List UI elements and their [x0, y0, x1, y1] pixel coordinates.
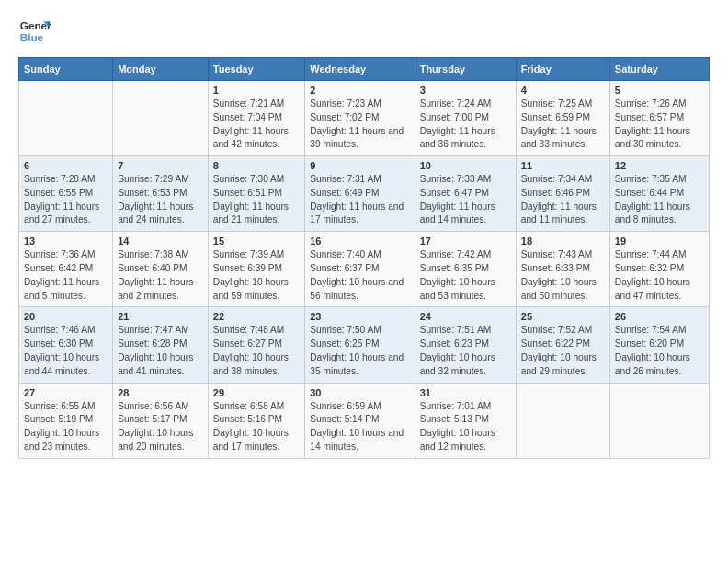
calendar-cell: 7Sunrise: 7:29 AM Sunset: 6:53 PM Daylig… — [113, 156, 209, 232]
day-number: 3 — [420, 85, 511, 96]
day-info: Sunrise: 7:44 AM Sunset: 6:32 PM Dayligh… — [615, 248, 704, 303]
day-info: Sunrise: 7:26 AM Sunset: 6:57 PM Dayligh… — [615, 98, 704, 152]
calendar-cell: 9Sunrise: 7:31 AM Sunset: 6:49 PM Daylig… — [305, 156, 415, 232]
day-info: Sunrise: 7:29 AM Sunset: 6:53 PM Dayligh… — [118, 173, 203, 227]
logo-icon: General Blue — [18, 15, 51, 48]
calendar-cell — [19, 81, 113, 156]
day-number: 21 — [118, 311, 203, 322]
page-header: General Blue — [18, 15, 710, 48]
day-info: Sunrise: 6:59 AM Sunset: 5:14 PM Dayligh… — [310, 400, 409, 454]
col-header-thursday: Thursday — [415, 58, 516, 81]
calendar-table: SundayMondayTuesdayWednesdayThursdayFrid… — [18, 57, 710, 459]
day-number: 17 — [420, 236, 511, 247]
calendar-week-row: 20Sunrise: 7:46 AM Sunset: 6:30 PM Dayli… — [19, 307, 710, 383]
day-info: Sunrise: 7:47 AM Sunset: 6:28 PM Dayligh… — [118, 324, 203, 378]
day-info: Sunrise: 7:46 AM Sunset: 6:30 PM Dayligh… — [24, 324, 108, 378]
day-info: Sunrise: 7:35 AM Sunset: 6:44 PM Dayligh… — [615, 173, 704, 227]
day-number: 1 — [213, 85, 300, 96]
day-number: 19 — [615, 236, 704, 247]
logo: General Blue — [18, 15, 51, 48]
calendar-cell: 2Sunrise: 7:23 AM Sunset: 7:02 PM Daylig… — [305, 81, 415, 156]
day-info: Sunrise: 7:24 AM Sunset: 7:00 PM Dayligh… — [420, 98, 511, 152]
col-header-monday: Monday — [113, 58, 209, 81]
day-info: Sunrise: 7:28 AM Sunset: 6:55 PM Dayligh… — [24, 173, 108, 227]
calendar-week-row: 27Sunrise: 6:55 AM Sunset: 5:19 PM Dayli… — [19, 383, 710, 458]
day-info: Sunrise: 7:48 AM Sunset: 6:27 PM Dayligh… — [213, 324, 300, 378]
day-info: Sunrise: 7:33 AM Sunset: 6:47 PM Dayligh… — [420, 173, 511, 227]
day-info: Sunrise: 7:25 AM Sunset: 6:59 PM Dayligh… — [521, 98, 605, 152]
calendar-cell — [516, 383, 609, 458]
calendar-cell: 29Sunrise: 6:58 AM Sunset: 5:16 PM Dayli… — [208, 383, 304, 458]
calendar-cell: 31Sunrise: 7:01 AM Sunset: 5:13 PM Dayli… — [415, 383, 516, 458]
calendar-cell: 24Sunrise: 7:51 AM Sunset: 6:23 PM Dayli… — [415, 307, 516, 383]
day-info: Sunrise: 7:42 AM Sunset: 6:35 PM Dayligh… — [420, 248, 511, 303]
day-number: 2 — [310, 85, 409, 96]
svg-text:General: General — [20, 19, 51, 31]
day-number: 18 — [521, 236, 605, 247]
calendar-cell: 20Sunrise: 7:46 AM Sunset: 6:30 PM Dayli… — [19, 307, 113, 383]
calendar-cell: 12Sunrise: 7:35 AM Sunset: 6:44 PM Dayli… — [609, 156, 709, 232]
day-number: 23 — [310, 311, 409, 322]
calendar-cell: 30Sunrise: 6:59 AM Sunset: 5:14 PM Dayli… — [305, 383, 415, 458]
day-number: 10 — [420, 160, 511, 171]
day-number: 4 — [521, 85, 605, 96]
day-number: 12 — [615, 160, 704, 171]
day-number: 29 — [213, 387, 300, 398]
day-info: Sunrise: 7:39 AM Sunset: 6:39 PM Dayligh… — [213, 248, 300, 303]
calendar-cell: 17Sunrise: 7:42 AM Sunset: 6:35 PM Dayli… — [415, 232, 516, 307]
day-number: 31 — [420, 387, 511, 398]
calendar-cell: 10Sunrise: 7:33 AM Sunset: 6:47 PM Dayli… — [415, 156, 516, 232]
day-info: Sunrise: 7:01 AM Sunset: 5:13 PM Dayligh… — [420, 400, 511, 454]
calendar-cell: 14Sunrise: 7:38 AM Sunset: 6:40 PM Dayli… — [113, 232, 209, 307]
calendar-cell: 26Sunrise: 7:54 AM Sunset: 6:20 PM Dayli… — [609, 307, 709, 383]
calendar-cell: 15Sunrise: 7:39 AM Sunset: 6:39 PM Dayli… — [208, 232, 304, 307]
calendar-header-row: SundayMondayTuesdayWednesdayThursdayFrid… — [19, 58, 710, 81]
day-info: Sunrise: 7:21 AM Sunset: 7:04 PM Dayligh… — [213, 98, 300, 152]
day-info: Sunrise: 6:56 AM Sunset: 5:17 PM Dayligh… — [118, 400, 203, 454]
day-number: 11 — [521, 160, 605, 171]
day-number: 28 — [118, 387, 203, 398]
calendar-cell: 1Sunrise: 7:21 AM Sunset: 7:04 PM Daylig… — [208, 81, 304, 156]
calendar-cell: 25Sunrise: 7:52 AM Sunset: 6:22 PM Dayli… — [516, 307, 609, 383]
calendar-week-row: 6Sunrise: 7:28 AM Sunset: 6:55 PM Daylig… — [19, 156, 710, 232]
svg-text:Blue: Blue — [20, 31, 44, 43]
day-info: Sunrise: 7:38 AM Sunset: 6:40 PM Dayligh… — [118, 248, 203, 303]
day-info: Sunrise: 7:51 AM Sunset: 6:23 PM Dayligh… — [420, 324, 511, 378]
day-number: 13 — [24, 236, 108, 247]
day-info: Sunrise: 7:50 AM Sunset: 6:25 PM Dayligh… — [310, 324, 409, 378]
day-number: 24 — [420, 311, 511, 322]
day-info: Sunrise: 7:43 AM Sunset: 6:33 PM Dayligh… — [521, 248, 605, 303]
calendar-cell — [113, 81, 209, 156]
calendar-cell — [609, 383, 709, 458]
day-number: 20 — [24, 311, 108, 322]
day-number: 16 — [310, 236, 409, 247]
col-header-tuesday: Tuesday — [208, 58, 304, 81]
day-info: Sunrise: 7:34 AM Sunset: 6:46 PM Dayligh… — [521, 173, 605, 227]
calendar-cell: 8Sunrise: 7:30 AM Sunset: 6:51 PM Daylig… — [208, 156, 304, 232]
calendar-cell: 19Sunrise: 7:44 AM Sunset: 6:32 PM Dayli… — [609, 232, 709, 307]
day-info: Sunrise: 7:40 AM Sunset: 6:37 PM Dayligh… — [310, 248, 409, 303]
col-header-wednesday: Wednesday — [305, 58, 415, 81]
day-number: 8 — [213, 160, 300, 171]
col-header-friday: Friday — [516, 58, 609, 81]
calendar-cell: 6Sunrise: 7:28 AM Sunset: 6:55 PM Daylig… — [19, 156, 113, 232]
day-number: 15 — [213, 236, 300, 247]
day-number: 9 — [310, 160, 409, 171]
calendar-cell: 5Sunrise: 7:26 AM Sunset: 6:57 PM Daylig… — [609, 81, 709, 156]
calendar-cell: 23Sunrise: 7:50 AM Sunset: 6:25 PM Dayli… — [305, 307, 415, 383]
calendar-cell: 21Sunrise: 7:47 AM Sunset: 6:28 PM Dayli… — [113, 307, 209, 383]
calendar-cell: 4Sunrise: 7:25 AM Sunset: 6:59 PM Daylig… — [516, 81, 609, 156]
day-info: Sunrise: 7:30 AM Sunset: 6:51 PM Dayligh… — [213, 173, 300, 227]
calendar-week-row: 13Sunrise: 7:36 AM Sunset: 6:42 PM Dayli… — [19, 232, 710, 307]
calendar-cell: 28Sunrise: 6:56 AM Sunset: 5:17 PM Dayli… — [113, 383, 209, 458]
calendar-cell: 27Sunrise: 6:55 AM Sunset: 5:19 PM Dayli… — [19, 383, 113, 458]
day-info: Sunrise: 7:31 AM Sunset: 6:49 PM Dayligh… — [310, 173, 409, 227]
day-info: Sunrise: 7:54 AM Sunset: 6:20 PM Dayligh… — [615, 324, 704, 378]
day-number: 30 — [310, 387, 409, 398]
day-number: 22 — [213, 311, 300, 322]
calendar-cell: 16Sunrise: 7:40 AM Sunset: 6:37 PM Dayli… — [305, 232, 415, 307]
day-info: Sunrise: 7:52 AM Sunset: 6:22 PM Dayligh… — [521, 324, 605, 378]
day-number: 6 — [24, 160, 108, 171]
day-number: 14 — [118, 236, 203, 247]
calendar-cell: 3Sunrise: 7:24 AM Sunset: 7:00 PM Daylig… — [415, 81, 516, 156]
